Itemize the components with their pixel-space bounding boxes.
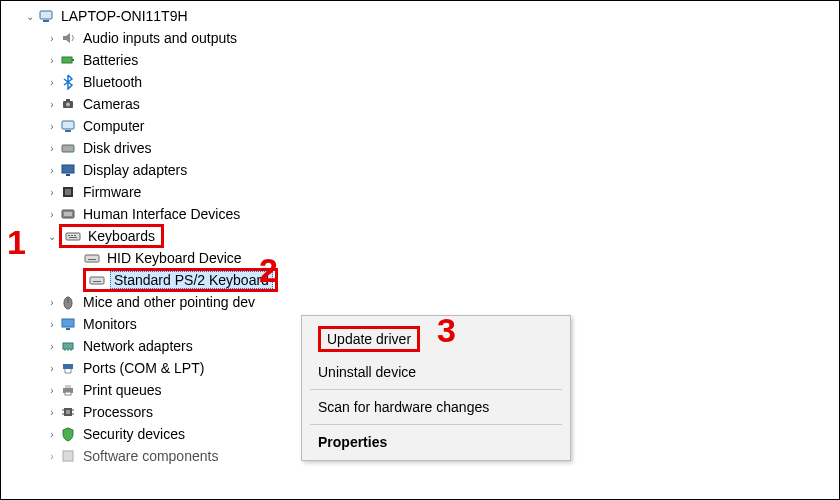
caret-down-icon[interactable]: ⌄: [23, 11, 37, 22]
svg-rect-35: [63, 364, 73, 369]
tree-item-label: Network adapters: [81, 338, 195, 354]
svg-rect-37: [65, 385, 71, 388]
computer-icon: [59, 117, 77, 135]
tree-root[interactable]: ⌄ LAPTOP-ONI11T9H: [11, 5, 839, 27]
svg-rect-30: [66, 328, 70, 330]
svg-rect-13: [66, 174, 70, 176]
speaker-icon: [59, 29, 77, 47]
tree-item-label: Print queues: [81, 382, 164, 398]
firmware-icon: [59, 183, 77, 201]
ctx-properties[interactable]: Properties: [304, 428, 568, 456]
svg-rect-31: [63, 343, 73, 349]
svg-rect-10: [62, 145, 74, 152]
svg-rect-4: [72, 59, 74, 61]
caret-right-icon[interactable]: ›: [45, 407, 59, 418]
network-icon: [59, 337, 77, 355]
caret-right-icon[interactable]: ›: [45, 451, 59, 462]
svg-rect-17: [64, 212, 72, 216]
tree-item-standard-ps2-keyboard[interactable]: Standard PS/2 Keyboard: [11, 269, 839, 291]
shield-icon: [59, 425, 77, 443]
tree-item-disk-drives[interactable]: › Disk drives: [11, 137, 839, 159]
svg-point-6: [66, 103, 70, 107]
caret-right-icon[interactable]: ›: [45, 165, 59, 176]
battery-icon: [59, 51, 77, 69]
tree-item-batteries[interactable]: › Batteries: [11, 49, 839, 71]
svg-rect-15: [65, 189, 71, 195]
tree-item-firmware[interactable]: › Firmware: [11, 181, 839, 203]
caret-right-icon[interactable]: ›: [45, 33, 59, 44]
disk-icon: [59, 139, 77, 157]
tree-item-cameras[interactable]: › Cameras: [11, 93, 839, 115]
tree-item-label: Audio inputs and outputs: [81, 30, 239, 46]
svg-rect-38: [65, 392, 71, 395]
svg-marker-2: [63, 33, 70, 43]
tree-item-label: Monitors: [81, 316, 139, 332]
caret-right-icon[interactable]: ›: [45, 319, 59, 330]
svg-rect-7: [66, 99, 70, 101]
caret-right-icon[interactable]: ›: [45, 429, 59, 440]
annotation-2: 2: [259, 251, 278, 290]
tree-item-hid[interactable]: › Human Interface Devices: [11, 203, 839, 225]
tree-item-label: Processors: [81, 404, 155, 420]
svg-rect-18: [66, 233, 80, 240]
menu-separator: [310, 424, 562, 425]
caret-right-icon[interactable]: ›: [45, 209, 59, 220]
svg-rect-3: [62, 57, 72, 63]
caret-right-icon[interactable]: ›: [45, 187, 59, 198]
monitor-icon: [59, 315, 77, 333]
ctx-scan-hardware[interactable]: Scan for hardware changes: [304, 393, 568, 421]
tree-item-label: Display adapters: [81, 162, 189, 178]
caret-down-icon[interactable]: ⌄: [45, 231, 59, 242]
tree-item-label: Disk drives: [81, 140, 153, 156]
svg-rect-45: [63, 451, 73, 461]
tree-item-label: Security devices: [81, 426, 187, 442]
svg-rect-19: [68, 235, 70, 236]
caret-right-icon[interactable]: ›: [45, 77, 59, 88]
annotation-3: 3: [437, 311, 456, 350]
svg-rect-0: [40, 11, 52, 19]
tree-item-hid-keyboard[interactable]: HID Keyboard Device: [11, 247, 839, 269]
tree-item-label: Batteries: [81, 52, 140, 68]
tree-item-computer[interactable]: › Computer: [11, 115, 839, 137]
tree-item-label: Bluetooth: [81, 74, 144, 90]
svg-rect-21: [74, 235, 76, 236]
tree-item-label: Cameras: [81, 96, 142, 112]
tree-item-label: Ports (COM & LPT): [81, 360, 206, 376]
caret-right-icon[interactable]: ›: [45, 143, 59, 154]
svg-rect-1: [43, 20, 49, 22]
tree-item-keyboards[interactable]: ⌄ Keyboards: [11, 225, 839, 247]
ctx-uninstall-device[interactable]: Uninstall device: [304, 358, 568, 386]
tree-item-label: Mice and other pointing dev: [81, 294, 257, 310]
mouse-icon: [59, 293, 77, 311]
tree-item-audio[interactable]: › Audio inputs and outputs: [11, 27, 839, 49]
caret-right-icon[interactable]: ›: [45, 385, 59, 396]
svg-rect-9: [65, 130, 71, 132]
tree-item-label: Standard PS/2 Keyboard: [110, 271, 273, 289]
caret-right-icon[interactable]: ›: [45, 99, 59, 110]
svg-rect-20: [71, 235, 73, 236]
caret-right-icon[interactable]: ›: [45, 121, 59, 132]
printer-icon: [59, 381, 77, 399]
caret-right-icon[interactable]: ›: [45, 341, 59, 352]
tree-item-mice[interactable]: › Mice and other pointing dev: [11, 291, 839, 313]
tree-item-label: Firmware: [81, 184, 143, 200]
menu-separator: [310, 389, 562, 390]
svg-rect-29: [62, 319, 74, 327]
svg-rect-40: [66, 410, 70, 414]
caret-right-icon[interactable]: ›: [45, 297, 59, 308]
svg-rect-25: [90, 277, 104, 284]
tree-item-label: Keyboards: [86, 228, 157, 244]
svg-point-11: [70, 148, 72, 150]
cpu-icon: [59, 403, 77, 421]
ctx-update-driver[interactable]: Update driver: [304, 320, 568, 358]
tree-item-bluetooth[interactable]: › Bluetooth: [11, 71, 839, 93]
keyboard-icon: [88, 271, 106, 289]
tree-item-label: Software components: [81, 448, 220, 464]
svg-rect-8: [62, 121, 74, 129]
caret-right-icon[interactable]: ›: [45, 55, 59, 66]
hid-icon: [59, 205, 77, 223]
display-icon: [59, 161, 77, 179]
tree-item-display-adapters[interactable]: › Display adapters: [11, 159, 839, 181]
svg-rect-12: [62, 165, 74, 173]
caret-right-icon[interactable]: ›: [45, 363, 59, 374]
